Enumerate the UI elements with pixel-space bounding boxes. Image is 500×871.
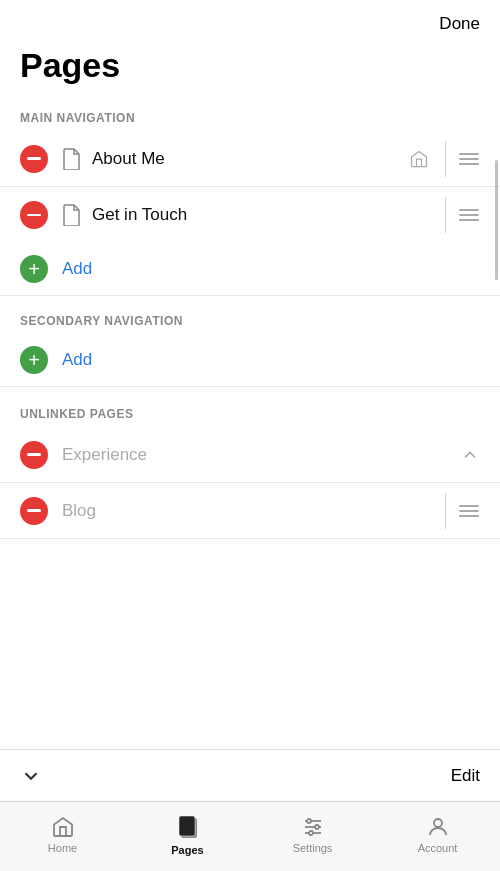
page-title: Pages	[0, 42, 500, 101]
settings-tab-icon	[301, 815, 325, 839]
tab-pages[interactable]: Pages	[125, 802, 250, 871]
home-tab-label: Home	[48, 842, 77, 854]
get-in-touch-right-icons	[441, 197, 480, 233]
add-secondary-nav-button[interactable]	[20, 346, 48, 374]
page-doc-icon-2	[62, 204, 82, 226]
edit-button[interactable]: Edit	[451, 766, 480, 786]
top-bar: Done	[0, 0, 500, 42]
drag-separator-3	[445, 493, 446, 529]
main-nav-section-label: MAIN NAVIGATION	[0, 101, 500, 131]
drag-handle-icon-2[interactable]	[458, 207, 480, 223]
tab-home[interactable]: Home	[0, 802, 125, 871]
drag-handle-icon-3[interactable]	[458, 503, 480, 519]
svg-point-12	[307, 819, 311, 823]
remove-about-me-button[interactable]	[20, 145, 48, 173]
svg-point-14	[315, 825, 319, 829]
svg-point-17	[434, 819, 442, 827]
secondary-nav-section-label: SECONDARY NAVIGATION	[0, 304, 500, 334]
experience-label: Experience	[62, 445, 460, 465]
home-icon	[409, 149, 429, 169]
page-doc-icon	[62, 148, 82, 170]
about-me-label: About Me	[92, 149, 409, 169]
chevron-up-icon[interactable]	[460, 445, 480, 465]
settings-tab-label: Settings	[293, 842, 333, 854]
secondary-nav-add-row: Add	[0, 334, 500, 387]
home-tab-icon	[51, 815, 75, 839]
svg-rect-10	[179, 816, 195, 836]
nav-item-about-me: About Me	[0, 131, 500, 187]
remove-experience-button[interactable]	[20, 441, 48, 469]
get-in-touch-label: Get in Touch	[92, 205, 441, 225]
account-tab-label: Account	[418, 842, 458, 854]
main-nav-add-row: Add	[0, 243, 500, 296]
unlinked-blog-row: Blog	[0, 483, 500, 539]
blog-label: Blog	[62, 501, 441, 521]
about-me-right-icons	[409, 141, 480, 177]
drag-separator-2	[445, 197, 446, 233]
tab-settings[interactable]: Settings	[250, 802, 375, 871]
account-tab-icon	[426, 815, 450, 839]
drag-handle-icon[interactable]	[458, 151, 480, 167]
svg-point-16	[309, 831, 313, 835]
main-nav-add-label[interactable]: Add	[62, 259, 92, 279]
collapse-button[interactable]	[20, 765, 42, 787]
secondary-nav-add-label[interactable]: Add	[62, 350, 92, 370]
pages-tab-icon	[176, 813, 200, 841]
unlinked-experience-row: Experience	[0, 427, 500, 483]
drag-separator	[445, 141, 446, 177]
remove-blog-button[interactable]	[20, 497, 48, 525]
tab-bar: Home Pages Settings	[0, 801, 500, 871]
nav-item-get-in-touch: Get in Touch	[0, 187, 500, 243]
main-nav-list: About Me	[0, 131, 500, 243]
blog-right-icons	[441, 493, 480, 529]
bottom-collapse-bar: Edit	[0, 749, 500, 801]
done-button[interactable]: Done	[439, 14, 480, 34]
unlinked-pages-section-label: UNLINKED PAGES	[0, 397, 500, 427]
remove-get-in-touch-button[interactable]	[20, 201, 48, 229]
add-main-nav-button[interactable]	[20, 255, 48, 283]
pages-tab-label: Pages	[171, 844, 203, 856]
scrollbar	[495, 160, 498, 280]
tab-account[interactable]: Account	[375, 802, 500, 871]
